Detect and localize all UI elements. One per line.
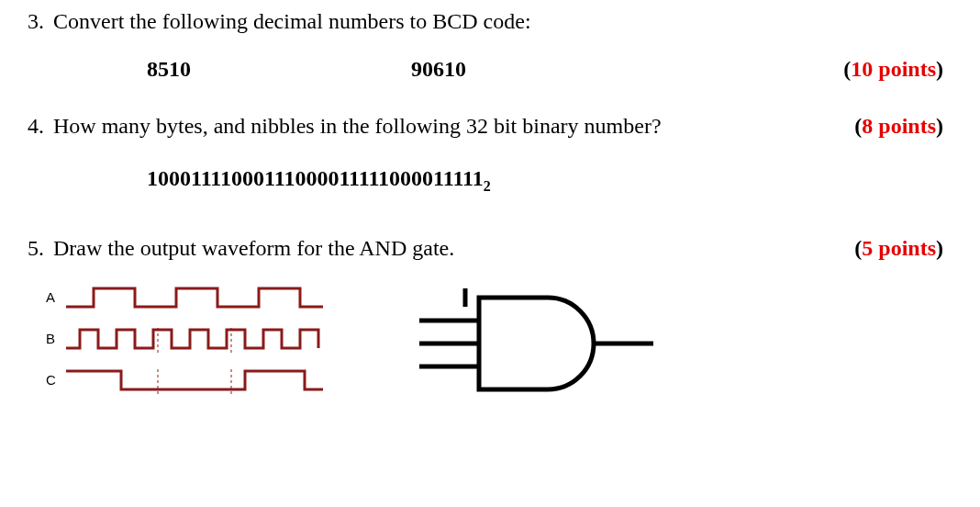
question-4: 4. How many bytes, and nibbles in the fo… <box>28 114 952 195</box>
waveform-b-icon <box>66 325 323 353</box>
q4-number: 4. <box>28 114 44 139</box>
waveform-c-row: C <box>46 366 323 394</box>
waveform-a-row: A <box>46 284 323 311</box>
q4-header: 4. How many bytes, and nibbles in the fo… <box>28 114 952 139</box>
waveform-a-icon <box>66 284 323 311</box>
waveform-c-label: C <box>46 372 66 388</box>
q4-binary-number: 100011110001110000111110000111112 <box>147 166 952 195</box>
q5-points: (5 points) <box>854 236 943 261</box>
q4-text: How many bytes, and nibbles in the follo… <box>53 114 662 139</box>
q3-value-1: 8510 <box>147 57 191 82</box>
q5-text: Draw the output waveform for the AND gat… <box>53 236 454 261</box>
q3-text: Convert the following decimal numbers to… <box>53 9 531 34</box>
waveform-b-row: B <box>46 325 323 353</box>
q3-value-2: 90610 <box>411 57 466 82</box>
q3-header: 3. Convert the following decimal numbers… <box>28 9 952 34</box>
waveform-b-label: B <box>46 331 66 346</box>
waveform-c-icon <box>66 366 323 394</box>
waveform-inputs: A B C <box>46 284 323 394</box>
and-gate-icon <box>396 284 663 394</box>
q5-header: 5. Draw the output waveform for the AND … <box>28 236 952 261</box>
q5-number: 5. <box>28 236 44 261</box>
q3-number: 3. <box>28 9 44 34</box>
waveform-a-label: A <box>46 289 66 305</box>
question-5: 5. Draw the output waveform for the AND … <box>28 236 952 394</box>
q4-points: (8 points) <box>854 114 943 139</box>
q3-points: (10 points) <box>843 57 943 82</box>
question-3: 3. Convert the following decimal numbers… <box>28 9 952 82</box>
q5-figures: A B C <box>46 284 952 394</box>
q3-values: 8510 90610 (10 points) <box>28 57 952 82</box>
